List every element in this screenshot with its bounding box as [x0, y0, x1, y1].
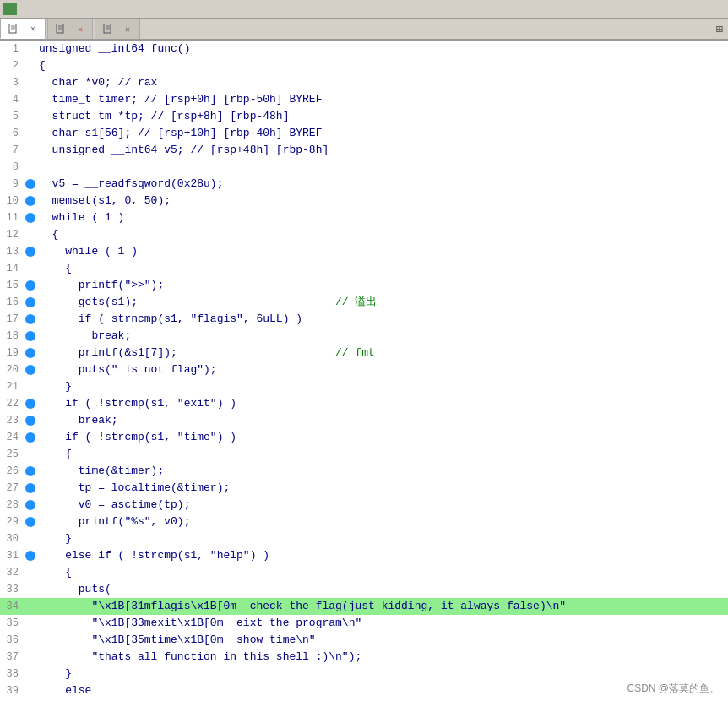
line-number-22: 22	[0, 398, 25, 410]
code-line-21: 21 }	[0, 378, 728, 395]
line-content-4: time_t timer; // [rsp+0h] [rbp-50h] BYRE…	[39, 91, 728, 108]
code-line-6: 6 char s1[56]; // [rsp+10h] [rbp-40h] BY…	[0, 125, 728, 142]
breakpoint-dot-24[interactable]	[25, 432, 35, 443]
line-comment-19: // fmt	[335, 346, 375, 359]
line-content-1: unsigned __int64 func()	[39, 41, 728, 57]
breakpoint-dot-20[interactable]	[25, 365, 35, 375]
code-line-11: 11 while ( 1 )	[0, 209, 728, 226]
line-content-2: {	[39, 57, 728, 74]
line-content-15: printf(">>");	[39, 277, 728, 294]
line-number-13: 13	[0, 246, 25, 258]
breakpoint-dot-22[interactable]	[25, 399, 35, 409]
line-number-26: 26	[0, 465, 25, 477]
no-dot-8	[25, 162, 35, 172]
code-line-29: 29 printf("%s", v0);	[0, 514, 728, 530]
line-content-29: printf("%s", v0);	[39, 514, 728, 530]
line-content-17: if ( strncmp(s1, "flagis", 6uLL) )	[39, 311, 728, 328]
line-content-10: memset(s1, 0, 50);	[39, 193, 728, 209]
code-line-26: 26 time(&timer);	[0, 463, 728, 480]
no-dot-30	[25, 534, 35, 544]
line-content-12: {	[39, 226, 728, 243]
tab-pseudocode[interactable]: ✕	[47, 19, 93, 39]
tab-pseudocode-close[interactable]: ✕	[75, 24, 85, 35]
breakpoint-dot-26[interactable]	[25, 466, 35, 476]
breakpoint-dot-9[interactable]	[25, 179, 35, 189]
line-content-39: else	[39, 682, 728, 699]
code-line-2: 2{	[0, 57, 728, 74]
lumina-icon	[3, 3, 17, 15]
tab-ida-view[interactable]: ✕	[0, 19, 46, 39]
line-number-23: 23	[0, 415, 25, 427]
line-content-30: }	[39, 530, 728, 547]
breakpoint-dot-17[interactable]	[25, 314, 35, 324]
line-number-17: 17	[0, 313, 25, 325]
line-number-31: 31	[0, 550, 25, 562]
breakpoint-dot-19[interactable]	[25, 348, 35, 358]
code-line-35: 35 "\x1B[33mexit\x1B[0m eixt the program…	[0, 615, 728, 632]
code-line-3: 3 char *v0; // rax	[0, 74, 728, 91]
tab-extra-icon[interactable]: ⊞	[716, 22, 723, 36]
code-area: 1unsigned __int64 func()2{3 char *v0; //…	[0, 41, 728, 701]
line-number-20: 20	[0, 364, 25, 376]
line-number-34: 34	[0, 600, 25, 612]
breakpoint-dot-28[interactable]	[25, 500, 35, 510]
breakpoint-dot-29[interactable]	[25, 517, 35, 527]
tab-bar: ✕ ✕ ✕ ⊞	[0, 19, 728, 41]
no-dot-37	[25, 652, 35, 662]
pseudocode-icon	[55, 24, 67, 35]
hex-icon	[102, 24, 114, 35]
code-line-31: 31 else if ( !strcmp(s1, "help") )	[0, 547, 728, 564]
line-content-38: }	[39, 666, 728, 682]
code-line-28: 28 v0 = asctime(tp);	[0, 497, 728, 514]
breakpoint-dot-11[interactable]	[25, 213, 35, 223]
line-content-33: puts(	[39, 581, 728, 598]
line-number-1: 1	[0, 43, 25, 55]
code-line-5: 5 struct tm *tp; // [rsp+8h] [rbp-48h]	[0, 108, 728, 125]
line-number-29: 29	[0, 516, 25, 528]
no-dot-38	[25, 669, 35, 679]
no-dot-36	[25, 635, 35, 645]
breakpoint-dot-15[interactable]	[25, 280, 35, 291]
line-content-25: {	[39, 446, 728, 463]
breakpoint-dot-13[interactable]	[25, 247, 35, 257]
breakpoint-dot-23[interactable]	[25, 416, 35, 426]
tab-hex-view-close[interactable]: ✕	[122, 24, 133, 35]
no-dot-32	[25, 568, 35, 578]
line-number-16: 16	[0, 296, 25, 308]
line-content-32: {	[39, 564, 728, 581]
tab-ida-view-close[interactable]: ✕	[28, 24, 38, 34]
code-line-36: 36 "\x1B[35mtime\x1B[0m show time\n"	[0, 632, 728, 649]
code-line-4: 4 time_t timer; // [rsp+0h] [rbp-50h] BY…	[0, 91, 728, 108]
line-number-18: 18	[0, 330, 25, 342]
breakpoint-dot-18[interactable]	[25, 331, 35, 341]
no-dot-33	[25, 584, 35, 595]
line-number-7: 7	[0, 144, 25, 156]
line-content-35: "\x1B[33mexit\x1B[0m eixt the program\n"	[39, 615, 728, 632]
code-line-24: 24 if ( !strcmp(s1, "time") )	[0, 429, 728, 446]
breakpoint-dot-31[interactable]	[25, 551, 35, 561]
code-line-30: 30 }	[0, 530, 728, 547]
code-line-32: 32 {	[0, 564, 728, 581]
no-dot-3	[25, 78, 35, 88]
tab-hex-view[interactable]: ✕	[95, 19, 140, 39]
document-icon	[8, 23, 19, 35]
line-content-18: break;	[39, 328, 728, 345]
code-line-20: 20 puts(" is not flag");	[0, 361, 728, 378]
line-content-21: }	[39, 378, 728, 395]
no-dot-34	[25, 601, 35, 611]
breakpoint-dot-27[interactable]	[25, 483, 35, 493]
code-line-18: 18 break;	[0, 328, 728, 345]
line-number-38: 38	[0, 668, 25, 680]
line-content-20: puts(" is not flag");	[39, 361, 728, 378]
line-number-4: 4	[0, 94, 25, 106]
line-content-27: tp = localtime(&timer);	[39, 480, 728, 497]
breakpoint-dot-10[interactable]	[25, 196, 35, 206]
line-content-31: else if ( !strcmp(s1, "help") )	[39, 547, 728, 564]
no-dot-5	[25, 111, 35, 122]
line-number-39: 39	[0, 685, 25, 697]
no-dot-6	[25, 128, 35, 139]
line-number-10: 10	[0, 195, 25, 207]
breakpoint-dot-16[interactable]	[25, 297, 35, 307]
line-content-14: {	[39, 260, 728, 277]
no-dot-7	[25, 145, 35, 155]
